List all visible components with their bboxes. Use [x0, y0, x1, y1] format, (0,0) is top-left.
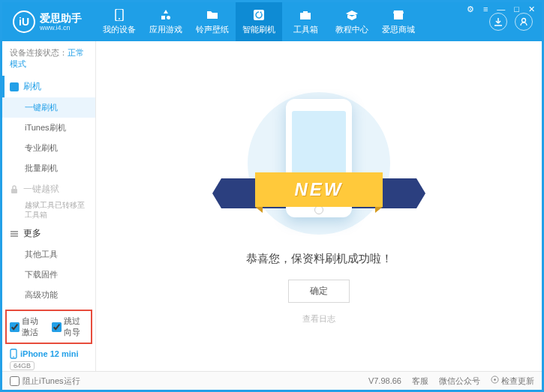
connection-status: 设备连接状态：正常模式 [2, 41, 95, 76]
more-icon [10, 229, 19, 238]
storage-badge: 64GB [10, 361, 35, 370]
success-message: 恭喜您，保资料刷机成功啦！ [246, 252, 392, 266]
phone-icon [113, 9, 126, 21]
flash-icon [10, 82, 19, 91]
graduation-icon [345, 9, 359, 21]
app-url: www.i4.cn [40, 25, 82, 31]
sidebar: 设备连接状态：正常模式 刷机 一键刷机 iTunes刷机 专业刷机 批量刷机 一… [2, 41, 96, 371]
settings-icon[interactable]: ⚙ [464, 4, 476, 14]
toolbox-icon [299, 9, 312, 21]
support-link[interactable]: 客服 [412, 376, 428, 387]
svg-point-9 [494, 379, 496, 381]
logo-icon: iU [13, 10, 35, 33]
apps-icon [159, 9, 173, 21]
nav-my-device[interactable]: 我的设备 [96, 2, 143, 41]
sidebar-section-jailbreak: 一键越狱 [2, 178, 95, 200]
store-icon [392, 9, 405, 21]
sidebar-item-oneclick-flash[interactable]: 一键刷机 [2, 97, 95, 118]
options-box: 自动激活 跳过向导 [5, 310, 92, 344]
sidebar-item-other-tools[interactable]: 其他工具 [2, 244, 95, 265]
check-update-link[interactable]: 检查更新 [491, 376, 534, 387]
main-nav: 我的设备 应用游戏 铃声壁纸 智能刷机 工具箱 教程中心 爱思商城 [96, 2, 489, 41]
svg-point-1 [119, 18, 120, 19]
checkbox-skip-setup[interactable]: 跳过向导 [52, 316, 88, 338]
svg-rect-2 [254, 10, 264, 20]
user-icon[interactable] [515, 13, 533, 31]
checkbox-block-itunes[interactable]: 阻止iTunes运行 [10, 376, 80, 387]
sidebar-item-advanced[interactable]: 高级功能 [2, 285, 95, 305]
minimize-icon[interactable]: — [494, 4, 507, 14]
wechat-link[interactable]: 微信公众号 [439, 376, 480, 387]
folder-icon [206, 9, 219, 21]
sidebar-section-flash[interactable]: 刷机 [2, 76, 95, 97]
checkbox-auto-activate[interactable]: 自动激活 [10, 316, 46, 338]
close-icon[interactable]: ✕ [526, 4, 537, 14]
lock-icon [10, 185, 19, 194]
sidebar-item-pro-flash[interactable]: 专业刷机 [2, 138, 95, 158]
nav-tutorials[interactable]: 教程中心 [329, 2, 375, 41]
view-log-link[interactable]: 查看日志 [302, 313, 335, 325]
sidebar-item-batch-flash[interactable]: 批量刷机 [2, 158, 95, 178]
sidebar-item-itunes-flash[interactable]: iTunes刷机 [2, 118, 95, 138]
nav-apps[interactable]: 应用游戏 [143, 2, 189, 41]
download-icon[interactable] [489, 13, 507, 31]
sidebar-section-more[interactable]: 更多 [2, 223, 95, 244]
jailbreak-note: 越狱工具已转移至工具箱 [2, 200, 95, 223]
nav-ringtones[interactable]: 铃声壁纸 [189, 2, 236, 41]
svg-point-7 [13, 356, 14, 358]
header: iU 爱思助手 www.i4.cn 我的设备 应用游戏 铃声壁纸 智能刷机 工具… [2, 2, 542, 41]
footer: 阻止iTunes运行 V7.98.66 客服 微信公众号 检查更新 [2, 371, 542, 390]
maximize-icon[interactable]: □ [512, 4, 521, 14]
success-illustration: NEW [221, 88, 416, 238]
menu-icon[interactable]: ≡ [481, 4, 490, 14]
sidebar-item-download-fw[interactable]: 下载固件 [2, 265, 95, 285]
main-content: NEW 恭喜您，保资料刷机成功啦！ 确定 查看日志 [96, 41, 542, 371]
svg-rect-4 [10, 82, 19, 91]
nav-store[interactable]: 爱思商城 [375, 2, 422, 41]
version-label: V7.98.66 [368, 376, 401, 385]
nav-toolbox[interactable]: 工具箱 [282, 2, 329, 41]
svg-rect-5 [11, 189, 17, 193]
svg-point-3 [522, 19, 526, 22]
gear-icon [491, 376, 499, 384]
confirm-button[interactable]: 确定 [288, 280, 350, 303]
device-icon [10, 349, 17, 359]
window-controls: ⚙ ≡ — □ ✕ [464, 4, 537, 14]
refresh-icon [252, 9, 266, 21]
nav-flash[interactable]: 智能刷机 [236, 2, 282, 41]
logo: iU 爱思助手 www.i4.cn [2, 10, 96, 33]
app-name: 爱思助手 [40, 13, 82, 23]
